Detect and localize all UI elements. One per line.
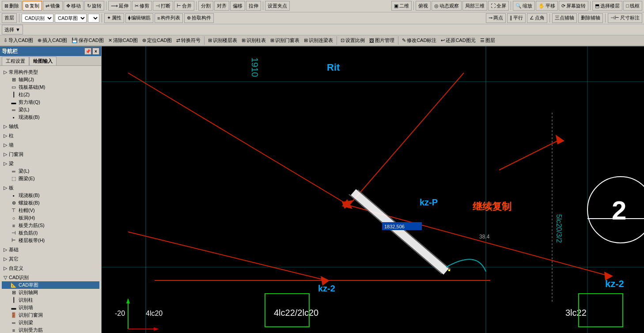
sidebar-item-id-force-rebar[interactable]: ≡ 识别受力筋 bbox=[2, 326, 99, 333]
id-floor-btn[interactable]: ⊞ 识别楼层表 bbox=[206, 36, 239, 45]
partial3d-btn[interactable]: 局部三维 bbox=[462, 1, 487, 11]
shear-wall-icon: ▬ bbox=[11, 99, 17, 106]
sidebar-close-btn[interactable]: × bbox=[92, 48, 99, 55]
section-custom-label: 自定义 bbox=[9, 265, 23, 272]
align-btn[interactable]: 对齐 bbox=[214, 1, 229, 11]
section-axis-header[interactable]: ▷ 轴线 bbox=[2, 123, 99, 130]
section-other-header[interactable]: ▷ 其它 bbox=[2, 255, 99, 263]
section-custom-header[interactable]: ▷ 自定义 bbox=[2, 265, 99, 272]
floor-strip-icon: ⊢ bbox=[11, 238, 17, 244]
screen-rotate-btn[interactable]: ⟳ 屏幕旋转 bbox=[559, 1, 588, 11]
id-door-btn[interactable]: ⊞ 识别门窗表 bbox=[269, 36, 301, 45]
sidebar-item-column[interactable]: ┃ 柱(Z) bbox=[2, 91, 99, 98]
select-dropdown-btn[interactable]: 选择 ▼ bbox=[2, 25, 23, 34]
cad-recognize-select[interactable]: CAD识别 bbox=[22, 14, 53, 23]
trim-btn[interactable]: ✂ 修剪 bbox=[132, 1, 152, 11]
sidebar-item-spiral[interactable]: ⊛ 螺旋板(B) bbox=[2, 199, 99, 207]
dynamic-btn[interactable]: ◎ 动态观察 bbox=[432, 1, 462, 11]
sidebar-item-slab-rebar[interactable]: ≡ 板受力筋(S) bbox=[2, 222, 99, 229]
2d-btn[interactable]: ▣ 二维 bbox=[391, 1, 412, 11]
extend-btn[interactable]: ⟶ 延伸 bbox=[108, 1, 131, 11]
copy-btn[interactable]: ⧉ 复制 bbox=[23, 1, 42, 11]
restore-cad-btn[interactable]: ↩ 还原CAD图元 bbox=[439, 36, 477, 45]
select-floor-btn[interactable]: ⬒ 选择楼层 bbox=[592, 1, 622, 11]
rotate-btn[interactable]: ↻ 旋转 bbox=[84, 1, 104, 11]
sidebar-item-beam[interactable]: ═ 梁(L) bbox=[2, 106, 99, 114]
sidebar-item-id-beam[interactable]: ═ 识别梁 bbox=[2, 319, 99, 326]
sidebar-item-beam-l[interactable]: ═ 梁(L) bbox=[2, 167, 99, 175]
two-points-btn[interactable]: ⊸ 两点 bbox=[486, 13, 506, 23]
locate-cad-btn[interactable]: ⊛ 定位CAD图 bbox=[140, 36, 174, 45]
zoom-btn[interactable]: 🔍 缩放 bbox=[513, 1, 535, 11]
sidebar-item-axis[interactable]: ⊞ 轴网(J) bbox=[2, 76, 99, 83]
delete-btn[interactable]: ⊠ 删除 bbox=[2, 1, 22, 11]
sidebar-item-slab[interactable]: ▪ 现浇板(B) bbox=[2, 114, 99, 121]
component-list-btn[interactable]: ≡ 构件列表 bbox=[155, 13, 183, 23]
pan-btn[interactable]: ✋ 平移 bbox=[536, 1, 558, 11]
section-cad-id-header[interactable]: ▽ CAD识别 bbox=[2, 274, 99, 281]
convert-symbol-btn[interactable]: ⇄ 转换符号 bbox=[174, 36, 202, 45]
del-axis-btn[interactable]: 删除辅轴 bbox=[578, 13, 603, 23]
sidebar-item-slab-b[interactable]: ▪ 现浇板(B) bbox=[2, 192, 99, 199]
cad-sketch-select[interactable]: CAD草图 bbox=[55, 14, 87, 23]
sidebar-item-floor-strip[interactable]: ⊢ 楼层板带(H) bbox=[2, 237, 99, 244]
ring-beam-icon: ⬚ bbox=[11, 176, 17, 182]
mirror-btn[interactable]: ⇌ 镜像 bbox=[43, 1, 63, 11]
sidebar-tab-drawing[interactable]: 绘图输入 bbox=[29, 57, 57, 65]
sidebar-item-ring-beam[interactable]: ⬚ 圈梁(E) bbox=[2, 175, 99, 182]
section-foundation-header[interactable]: ▷ 基础 bbox=[2, 246, 99, 254]
edit-rebar-btn[interactable]: ⧫ 编辑钢筋 bbox=[125, 13, 153, 23]
sidebar-item-id-door[interactable]: 🚪 识别门窗洞 bbox=[2, 311, 99, 319]
sidebar-item-shear-wall[interactable]: ▬ 剪力墙(Q) bbox=[2, 98, 99, 106]
layer-btn[interactable]: ☰ 图层 bbox=[478, 36, 497, 45]
set-scale-btn[interactable]: ⊡ 设置比例 bbox=[339, 36, 367, 45]
section-slab-header[interactable]: ▷ 板 bbox=[2, 184, 99, 192]
grip-btn[interactable]: 设置夹点 bbox=[265, 1, 290, 11]
fullscreen-btn[interactable]: ⛶ 全屏 bbox=[488, 1, 509, 11]
sidebar-pin-btn[interactable]: 📌 bbox=[84, 48, 91, 55]
ring-beam-label: 圈梁(E) bbox=[19, 175, 35, 182]
clear-cad-btn[interactable]: ✕ 清除CAD图 bbox=[106, 36, 140, 45]
save-cad-btn[interactable]: 💾 保存CAD图 bbox=[70, 36, 105, 45]
sidebar-item-cad-sketch[interactable]: 📐 CAD草图 bbox=[2, 281, 99, 289]
id-beam-btn[interactable]: ⊞ 识别连梁表 bbox=[302, 36, 335, 45]
sidebar-item-raft[interactable]: ▭ 筏板基础(M) bbox=[2, 83, 99, 91]
section-beam-header[interactable]: ▷ 梁 bbox=[2, 160, 99, 167]
id-col-btn[interactable]: ⊞ 识别柱表 bbox=[240, 36, 268, 45]
wireframe-btn[interactable]: □ 线框 bbox=[623, 1, 642, 11]
image-mgr-btn[interactable]: 🖼 图片管理 bbox=[367, 36, 396, 45]
top-view-btn[interactable]: 俯视 bbox=[416, 1, 431, 11]
section-common-header[interactable]: ▷ 常用构件类型 bbox=[2, 68, 99, 76]
extra-select[interactable] bbox=[88, 14, 99, 23]
sidebar-item-slab-hole[interactable]: ○ 板洞(H) bbox=[2, 214, 99, 222]
sidebar-item-id-axis[interactable]: ⊞ 识别轴网 bbox=[2, 289, 99, 296]
main-canvas[interactable]: 1910 kz-P 1832,506 38.4 kz-2 bbox=[102, 46, 644, 333]
section-door-header[interactable]: ▷ 门窗洞 bbox=[2, 151, 99, 158]
sidebar-item-col-cap[interactable]: ⊤ 柱帽(V) bbox=[2, 207, 99, 214]
section-common: ▷ 常用构件类型 ⊞ 轴网(J) ▭ 筏板基础(M) ┃ 柱(Z) ▬ 剪力墙(… bbox=[0, 68, 101, 122]
stretch-btn[interactable]: 拉伸 bbox=[246, 1, 261, 11]
point-angle-btn[interactable]: ∠ 点角 bbox=[527, 13, 547, 23]
pick-component-btn[interactable]: ⊕ 拾取构件 bbox=[184, 13, 214, 23]
three-points-btn[interactable]: 三点辅轴 bbox=[552, 13, 577, 23]
dimension-btn[interactable]: ⊣⊢ 尺寸标注 bbox=[608, 13, 642, 23]
first-floor-btn[interactable]: 首层 bbox=[2, 13, 17, 23]
move-btn[interactable]: ✥ 移动 bbox=[64, 1, 83, 11]
section-foundation: ▷ 基础 bbox=[0, 245, 101, 254]
sidebar-item-id-col[interactable]: ┃ 识别柱 bbox=[2, 296, 99, 304]
import-cad-btn[interactable]: ⇩ 导入CAD图 bbox=[2, 36, 35, 45]
sidebar-item-neg-rebar[interactable]: ⊣ 板负筋(I) bbox=[2, 229, 99, 237]
sidebar-tab-project[interactable]: 工程设置 bbox=[2, 57, 29, 65]
slab-rebar-icon: ≡ bbox=[11, 223, 17, 229]
sidebar-item-id-wall[interactable]: ▬ 识别墙 bbox=[2, 304, 99, 311]
split-btn[interactable]: 分割 bbox=[198, 1, 213, 11]
offset-btn[interactable]: 偏移 bbox=[230, 1, 245, 11]
modify-cad-btn[interactable]: ✎ 修改CAD标注 bbox=[400, 36, 438, 45]
insert-cad-btn[interactable]: ⊕ 插入CAD图 bbox=[36, 36, 69, 45]
section-col-header[interactable]: ▷ 柱 bbox=[2, 132, 99, 140]
section-wall-header[interactable]: ▷ 墙 bbox=[2, 141, 99, 149]
property-btn[interactable]: ✦ 属性 bbox=[104, 13, 124, 23]
merge-btn[interactable]: ⊢ 合并 bbox=[174, 1, 194, 11]
parallel-btn[interactable]: ∥ 平行 bbox=[507, 13, 526, 23]
break-btn[interactable]: ⊣ 打断 bbox=[153, 1, 173, 11]
